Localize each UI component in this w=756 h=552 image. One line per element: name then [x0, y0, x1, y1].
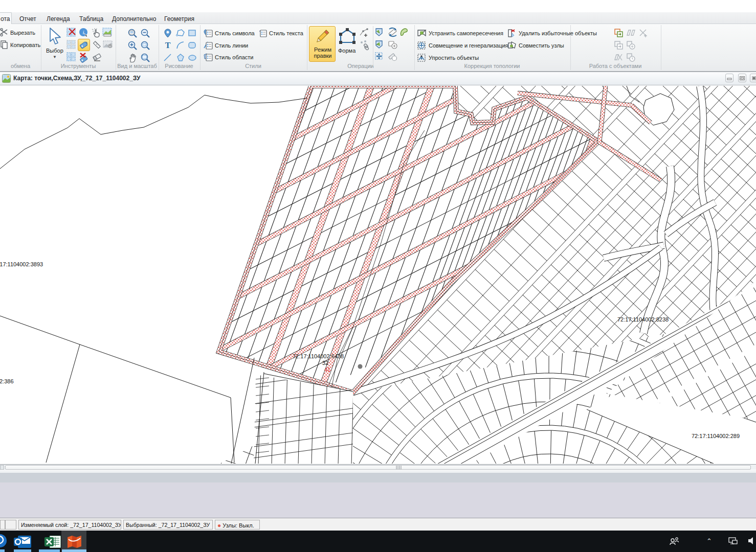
svg-text:2:386: 2:386	[0, 378, 14, 384]
svg-text:72:17:1104002:289: 72:17:1104002:289	[692, 433, 740, 439]
svg-text:32: 32	[322, 360, 328, 366]
svg-text:T: T	[165, 41, 171, 50]
svg-text:i: i	[82, 29, 84, 35]
svg-text:72:17:1104002:3893: 72:17:1104002:3893	[0, 261, 43, 267]
svg-text:72:17:1104002:8238: 72:17:1104002:8238	[617, 316, 669, 323]
svg-text:41: 41	[324, 366, 330, 373]
svg-text:72:17:1104002:6438: 72:17:1104002:6438	[293, 353, 344, 359]
